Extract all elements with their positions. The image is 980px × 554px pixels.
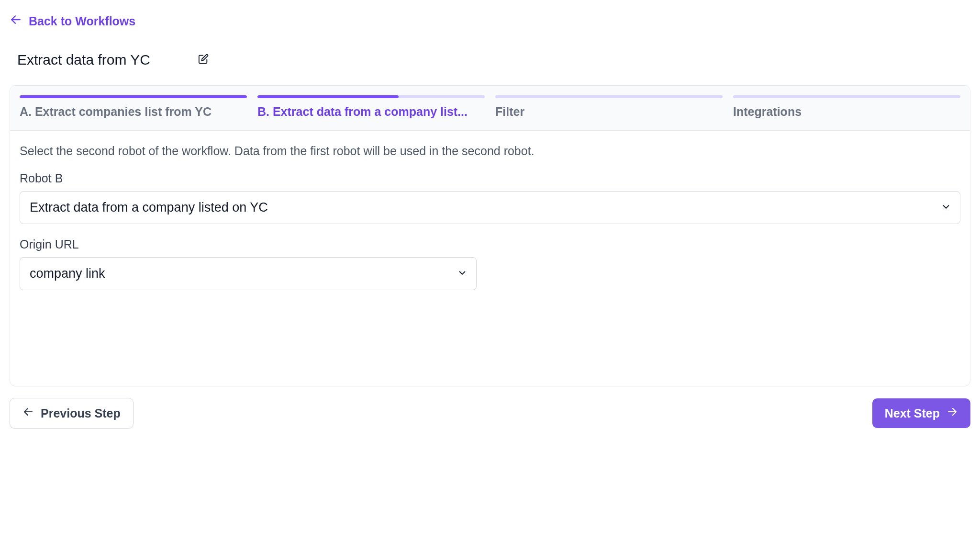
origin-url-value: company link bbox=[30, 266, 105, 281]
stepper: A. Extract companies list from YC B. Ext… bbox=[10, 86, 970, 131]
instruction-text: Select the second robot of the workflow.… bbox=[20, 144, 960, 158]
step-label: A. Extract companies list from YC bbox=[20, 105, 247, 119]
step-label: Integrations bbox=[733, 105, 960, 119]
edit-icon[interactable] bbox=[198, 54, 209, 66]
page-title: Extract data from YC bbox=[17, 52, 150, 68]
step-bar bbox=[257, 95, 485, 98]
robot-b-value: Extract data from a company listed on YC bbox=[30, 200, 268, 215]
step-filter[interactable]: Filter bbox=[495, 95, 723, 119]
step-bar bbox=[733, 95, 960, 98]
step-a[interactable]: A. Extract companies list from YC bbox=[20, 95, 247, 119]
previous-step-label: Previous Step bbox=[41, 407, 121, 420]
step-label: B. Extract data from a company list... bbox=[257, 105, 485, 119]
next-step-button[interactable]: Next Step bbox=[872, 398, 970, 428]
origin-url-select[interactable]: company link bbox=[20, 257, 477, 290]
chevron-down-icon bbox=[457, 268, 468, 280]
step-bar bbox=[20, 95, 247, 98]
step-integrations[interactable]: Integrations bbox=[733, 95, 960, 119]
card-body: Select the second robot of the workflow.… bbox=[10, 131, 970, 386]
robot-b-select[interactable]: Extract data from a company listed on YC bbox=[20, 191, 960, 224]
arrow-left-icon bbox=[22, 406, 34, 420]
arrow-left-icon bbox=[10, 13, 22, 29]
chevron-down-icon bbox=[941, 202, 951, 214]
robot-b-label: Robot B bbox=[20, 171, 960, 185]
footer: Previous Step Next Step bbox=[0, 386, 980, 440]
step-bar bbox=[495, 95, 723, 98]
back-to-workflows-link[interactable]: Back to Workflows bbox=[10, 13, 135, 29]
step-b[interactable]: B. Extract data from a company list... bbox=[257, 95, 485, 119]
previous-step-button[interactable]: Previous Step bbox=[10, 398, 134, 429]
next-step-label: Next Step bbox=[885, 407, 940, 420]
origin-url-label: Origin URL bbox=[20, 237, 960, 251]
back-link-label: Back to Workflows bbox=[29, 14, 135, 28]
workflow-card: A. Extract companies list from YC B. Ext… bbox=[10, 85, 970, 386]
step-label: Filter bbox=[495, 105, 723, 119]
arrow-right-icon bbox=[947, 406, 958, 420]
